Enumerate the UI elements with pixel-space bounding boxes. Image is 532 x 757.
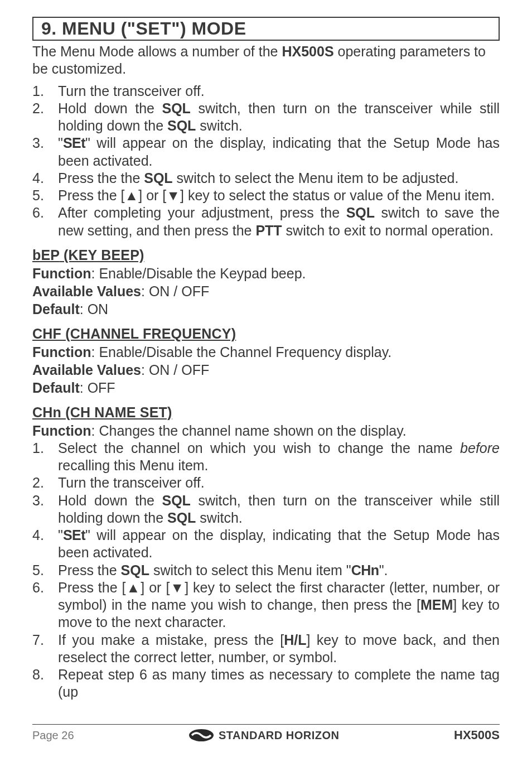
list-item-text: Select the channel on which you wish to … [58, 440, 500, 475]
list-item: 3.Hold down the SQL switch, then turn on… [32, 492, 500, 527]
list-item-text: Hold down the SQL switch, then turn on t… [58, 100, 500, 135]
list-item: 4."SEt" will appear on the display, indi… [32, 527, 500, 562]
list-item-text: Turn the transceiver off. [58, 83, 500, 100]
list-item: 4.Press the the SQL switch to select the… [32, 170, 500, 187]
list-item-number: 2. [32, 100, 58, 135]
list-item-text: If you make a mistake, press the [H/L] k… [58, 631, 500, 667]
function-line: Function: Enable/Disable the Channel Fre… [32, 343, 500, 361]
list-item: 5.Press the [▲] or [▼] key to select the… [32, 187, 500, 204]
list-item-number: 4. [32, 527, 58, 562]
substeps-list: 1.Select the channel on which you wish t… [32, 440, 500, 701]
available-values-line: Available Values: ON / OFF [32, 282, 500, 300]
section-title: 9. MENU ("SET") MODE [41, 18, 494, 39]
list-item: 6.After completing your adjustment, pres… [32, 204, 500, 239]
list-item-number: 6. [32, 204, 58, 239]
list-item-number: 6. [32, 579, 58, 631]
footer-page-number: Page 26 [32, 729, 74, 742]
footer-brand: STANDARD HORIZON [188, 728, 340, 742]
list-item-text: Repeat step 6 as many times as necessary… [58, 666, 500, 701]
list-item-number: 5. [32, 562, 58, 579]
list-item-number: 4. [32, 170, 58, 187]
list-item-text: Hold down the SQL switch, then turn on t… [58, 492, 500, 527]
list-item-number: 8. [32, 666, 58, 701]
list-item-text: Press the [▲] or [▼] key to select the f… [58, 579, 500, 631]
menu-item-heading: CHF (CHANNEL FREQUENCY) [32, 326, 500, 342]
list-item: 8.Repeat step 6 as many times as necessa… [32, 666, 500, 701]
main-steps-list: 1.Turn the transceiver off.2.Hold down t… [32, 83, 500, 239]
menu-item-section: CHF (CHANNEL FREQUENCY)Function: Enable/… [32, 326, 500, 397]
default-line: Default: OFF [32, 379, 500, 397]
list-item: 2.Turn the transceiver off. [32, 474, 500, 491]
list-item: 5.Press the SQL switch to select this Me… [32, 562, 500, 579]
list-item-number: 5. [32, 187, 58, 204]
menu-item-heading: bEP (KEY BEEP) [32, 247, 500, 263]
list-item-number: 7. [32, 631, 58, 667]
brand-logo-icon [188, 728, 214, 742]
intro-model: HX500S [282, 44, 333, 59]
list-item-number: 3. [32, 134, 58, 170]
menu-item-heading: CHn (CH NAME SET) [32, 404, 500, 421]
function-line: Function: Enable/Disable the Keypad beep… [32, 264, 500, 282]
list-item-text: Press the [▲] or [▼] key to select the s… [58, 187, 500, 204]
list-item: 3."SEt" will appear on the display, indi… [32, 134, 500, 170]
list-item: 1.Turn the transceiver off. [32, 83, 500, 100]
available-values-line: Available Values: ON / OFF [32, 361, 500, 379]
list-item-text: After completing your adjustment, press … [58, 204, 500, 239]
list-item: 1.Select the channel on which you wish t… [32, 440, 500, 475]
list-item-number: 2. [32, 474, 58, 491]
list-item-text: Press the the SQL switch to select the M… [58, 170, 500, 187]
list-item-text: "SEt" will appear on the display, indica… [58, 134, 500, 170]
list-item-number: 1. [32, 440, 58, 475]
menu-item-section: CHn (CH NAME SET)Function: Changes the c… [32, 404, 500, 701]
list-item-text: "SEt" will appear on the display, indica… [58, 527, 500, 562]
list-item: 2.Hold down the SQL switch, then turn on… [32, 100, 500, 135]
intro-prefix: The Menu Mode allows a number of the [32, 44, 282, 59]
footer-model: HX500S [454, 728, 500, 742]
section-title-container: 9. MENU ("SET") MODE [32, 17, 500, 41]
default-line: Default: ON [32, 300, 500, 318]
list-item: 6.Press the [▲] or [▼] key to select the… [32, 579, 500, 631]
list-item: 7.If you make a mistake, press the [H/L]… [32, 631, 500, 667]
page-footer: Page 26 STANDARD HORIZON HX500S [32, 724, 500, 742]
intro-paragraph: The Menu Mode allows a number of the HX5… [32, 43, 500, 78]
list-item-number: 3. [32, 492, 58, 527]
list-item-text: Press the SQL switch to select this Menu… [58, 562, 500, 579]
footer-brand-text: STANDARD HORIZON [219, 729, 340, 742]
list-item-text: Turn the transceiver off. [58, 474, 500, 491]
list-item-number: 1. [32, 83, 58, 100]
menu-item-section: bEP (KEY BEEP)Function: Enable/Disable t… [32, 247, 500, 318]
function-line: Function: Changes the channel name shown… [32, 422, 500, 440]
